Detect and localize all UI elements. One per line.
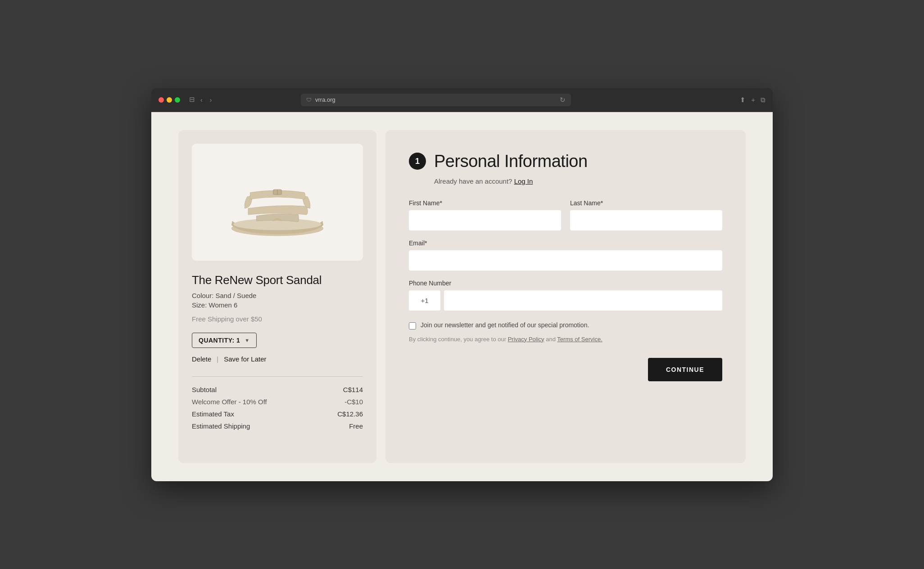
price-separator <box>192 376 363 377</box>
shipping-cost-value: Free <box>349 422 363 430</box>
last-name-group: Last Name* <box>570 199 722 230</box>
browser-controls: ⊟ ‹ › <box>189 95 213 104</box>
tax-label: Estimated Tax <box>192 410 234 418</box>
back-button[interactable]: ‹ <box>199 95 204 104</box>
login-link[interactable]: Log In <box>514 177 533 185</box>
item-actions: Delete | Save for Later <box>192 355 363 363</box>
shipping-cost-label: Estimated Shipping <box>192 422 250 430</box>
section-header: 1 Personal Information <box>409 152 722 171</box>
country-code: +1 <box>409 290 440 311</box>
tax-row: Estimated Tax C$12.36 <box>192 410 363 418</box>
last-name-input[interactable] <box>570 210 722 230</box>
address-bar[interactable]: 🛡 vrra.org ↻ <box>301 94 571 106</box>
product-name: The ReNew Sport Sandal <box>192 273 363 287</box>
phone-label: Phone Number <box>409 280 722 287</box>
browser-chrome: ⊟ ‹ › 🛡 vrra.org ↻ ⬆ + ⧉ <box>151 88 773 112</box>
tabs-button[interactable]: ⧉ <box>761 96 765 104</box>
discount-value: -C$10 <box>344 398 363 406</box>
sidebar-icon[interactable]: ⊟ <box>189 95 195 104</box>
subtotal-label: Subtotal <box>192 386 217 393</box>
step-badge: 1 <box>409 153 426 170</box>
chevron-down-icon: ▼ <box>245 338 249 343</box>
page-content: The ReNew Sport Sandal Colour: Sand / Su… <box>151 112 773 481</box>
newsletter-checkbox[interactable] <box>409 322 416 330</box>
terms-text: By clicking continue, you agree to our P… <box>409 335 722 344</box>
quantity-selector[interactable]: QUANTITY: 1 ▼ <box>192 333 257 348</box>
tax-value: C$12.36 <box>337 410 363 418</box>
subtotal-row: Subtotal C$114 <box>192 386 363 393</box>
discount-row: Welcome Offer - 10% Off -C$10 <box>192 398 363 406</box>
browser-window: ⊟ ‹ › 🛡 vrra.org ↻ ⬆ + ⧉ <box>151 88 773 481</box>
close-button[interactable] <box>159 97 164 103</box>
product-size: Size: Women 6 <box>192 301 363 309</box>
privacy-policy-link[interactable]: Privacy Policy <box>508 336 544 343</box>
traffic-lights <box>159 97 180 103</box>
name-row: First Name* Last Name* <box>409 199 722 230</box>
email-group: Email* <box>409 239 722 271</box>
product-image <box>192 144 363 261</box>
save-for-later-link[interactable]: Save for Later <box>224 355 266 363</box>
url-display: vrra.org <box>315 96 335 103</box>
step-number: 1 <box>415 157 420 166</box>
shipping-row: Estimated Shipping Free <box>192 422 363 430</box>
phone-input-row: +1 <box>409 290 722 311</box>
phone-input[interactable] <box>444 290 722 311</box>
email-label: Email* <box>409 239 722 247</box>
action-divider: | <box>217 355 218 363</box>
new-tab-button[interactable]: + <box>751 96 755 104</box>
first-name-label: First Name* <box>409 199 561 207</box>
product-panel: The ReNew Sport Sandal Colour: Sand / Su… <box>178 130 376 463</box>
newsletter-label: Join our newsletter and get notified of … <box>421 321 589 329</box>
forward-button[interactable]: › <box>208 95 214 104</box>
product-colour: Colour: Sand / Suede <box>192 292 363 299</box>
delete-link[interactable]: Delete <box>192 355 211 363</box>
minimize-button[interactable] <box>167 97 172 103</box>
maximize-button[interactable] <box>175 97 180 103</box>
discount-label: Welcome Offer - 10% Off <box>192 398 267 406</box>
account-prompt: Already have an account? Log In <box>434 177 722 185</box>
form-panel: 1 Personal Information Already have an a… <box>385 130 746 463</box>
last-name-label: Last Name* <box>570 199 722 207</box>
email-input[interactable] <box>409 250 722 271</box>
shipping-notice: Free Shipping over $50 <box>192 315 363 323</box>
subtotal-value: C$114 <box>343 386 363 393</box>
terms-of-service-link[interactable]: Terms of Service. <box>557 336 602 343</box>
share-button[interactable]: ⬆ <box>740 96 746 104</box>
section-title: Personal Information <box>434 152 588 171</box>
phone-group: Phone Number +1 <box>409 280 722 311</box>
newsletter-row: Join our newsletter and get notified of … <box>409 321 722 330</box>
reload-icon[interactable]: ↻ <box>560 96 566 104</box>
browser-actions: ⬆ + ⧉ <box>740 96 765 104</box>
quantity-label: QUANTITY: 1 <box>199 337 240 344</box>
sandal-illustration <box>219 162 336 243</box>
first-name-group: First Name* <box>409 199 561 230</box>
continue-button[interactable]: CONTINUE <box>648 358 722 381</box>
first-name-input[interactable] <box>409 210 561 230</box>
